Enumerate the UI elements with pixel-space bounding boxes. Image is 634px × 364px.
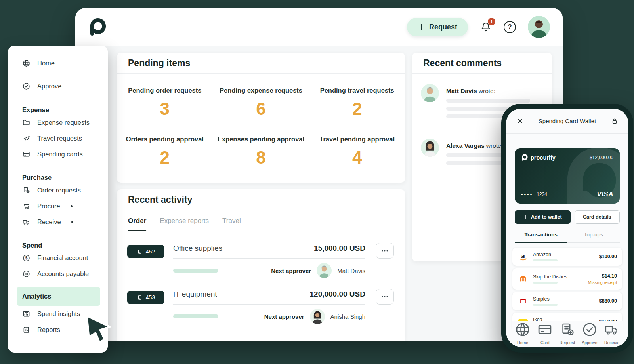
- sidebar-section-analytics[interactable]: Analytics: [17, 287, 100, 306]
- stat-label: Pending travel requests: [320, 87, 394, 94]
- tab-top-ups[interactable]: Top-ups: [567, 232, 620, 242]
- sidebar-section-expense: Expense: [8, 105, 108, 114]
- activity-row-452: 452 Office supplies 15,000.00 USD Next a…: [117, 231, 405, 278]
- sidebar-item-receive[interactable]: Receive: [8, 214, 108, 230]
- order-amount: 120,000.00 USD: [310, 290, 366, 299]
- tx-amount: $100.00: [599, 254, 617, 259]
- svg-text:a: a: [521, 252, 525, 260]
- row-divider: [173, 258, 365, 259]
- order-title: IT equipment: [173, 290, 217, 299]
- card-number-mask: •••• 1234: [521, 192, 547, 198]
- tx-placeholder-bar: [533, 259, 558, 261]
- commenter-avatar: [421, 84, 439, 102]
- spending-card: procurify $12,000.00 •••• 1234 VISA: [515, 148, 620, 204]
- transaction-list: a Amazon $100.00 Skip the Dishes $14.10 …: [512, 248, 622, 331]
- sidebar-item-order-requests[interactable]: Order requests: [8, 182, 108, 198]
- sidebar-item-home[interactable]: Home: [8, 55, 108, 71]
- transaction-row-staples[interactable]: Staples $880.00: [512, 292, 622, 310]
- nav-approve[interactable]: Approve: [579, 321, 601, 345]
- stat-value: 3: [160, 99, 170, 119]
- stat-label: Pending expense requests: [220, 87, 302, 94]
- order-id-badge: 452: [127, 245, 164, 258]
- stat-label: Expenses pending approval: [218, 135, 304, 143]
- close-icon[interactable]: [516, 117, 524, 126]
- tab-order[interactable]: Order: [128, 217, 146, 231]
- stat-value: 6: [256, 99, 265, 119]
- request-button[interactable]: Request: [407, 18, 468, 36]
- tx-placeholder-bar: [533, 282, 558, 284]
- activity-row-453: 453 IT equipment 120,000.00 USD Next app…: [117, 278, 405, 324]
- receive-indicator-dot: [71, 221, 73, 223]
- transaction-row-amazon[interactable]: a Amazon $100.00: [512, 248, 622, 266]
- order-id-badge: 453: [127, 291, 164, 304]
- row-menu-button[interactable]: [376, 243, 394, 259]
- notifications-bell-icon[interactable]: 1: [480, 21, 492, 33]
- phone-bottom-nav: Home Card Request Approve Receive: [512, 321, 623, 345]
- sidebar-item-financial-account[interactable]: $ Financial account: [8, 250, 108, 266]
- lock-icon: [610, 117, 619, 126]
- sidebar-item-approve[interactable]: Approve: [8, 78, 108, 94]
- tab-travel[interactable]: Travel: [222, 217, 241, 231]
- missing-receipt-note: Missing receipt: [588, 280, 617, 285]
- recent-comments-title: Recent comments: [423, 58, 502, 69]
- row-menu-button[interactable]: [376, 289, 394, 305]
- pending-col-orders: Pending order requests 3 Orders pending …: [117, 74, 213, 182]
- pending-items-panel: Pending items Pending order requests 3 O…: [117, 53, 405, 183]
- tab-transactions[interactable]: Transactions: [515, 232, 567, 243]
- nav-card[interactable]: Card: [534, 321, 556, 345]
- comment-author-line: Matt Davis wrote:: [446, 88, 542, 95]
- stat-label: Travel pending approval: [319, 135, 395, 143]
- comment-placeholder-line: [446, 161, 506, 165]
- add-to-wallet-button[interactable]: Add to wallet: [515, 210, 571, 224]
- pending-col-travel: Pending travel requests 2 Travel pending…: [309, 74, 405, 182]
- approver-name: Matt Davis: [337, 267, 365, 274]
- stat-label: Pending order requests: [128, 87, 201, 94]
- sidebar-item-travel-requests[interactable]: Travel requests: [8, 130, 108, 146]
- nav-request[interactable]: Request: [556, 321, 578, 345]
- merchant-name: Skip the Dishes: [533, 274, 567, 280]
- plus-icon: [418, 23, 425, 30]
- row-divider: [173, 304, 365, 305]
- approver-name: Anisha Singh: [330, 313, 365, 320]
- nav-receive[interactable]: Receive: [601, 321, 623, 345]
- merchant-name: Staples: [533, 296, 558, 302]
- card-balance: $12,000.00: [590, 155, 613, 160]
- sidebar-item-spending-cards[interactable]: Spending cards: [8, 146, 108, 162]
- phone-mockup: Spending Card Wallet procurify $12,000.0…: [501, 104, 633, 353]
- card-brand: procurify: [521, 154, 556, 161]
- activity-tabs: Order Expense reports Travel: [117, 210, 405, 231]
- help-icon[interactable]: ?: [504, 21, 516, 33]
- stat-value: 8: [256, 148, 265, 168]
- comment-placeholder-line: [446, 114, 506, 118]
- procure-indicator-dot: [71, 205, 73, 207]
- wallet-tabs: Transactions Top-ups: [515, 232, 620, 243]
- nav-home[interactable]: Home: [512, 321, 534, 345]
- card-details-button[interactable]: Card details: [575, 210, 620, 224]
- recent-activity-title: Recent activity: [128, 194, 192, 205]
- skip-the-dishes-logo-icon: [518, 274, 528, 284]
- tx-placeholder-bar: [533, 304, 558, 306]
- next-approver-label: Next approver: [264, 313, 304, 320]
- phone-screen: Spending Card Wallet procurify $12,000.0…: [506, 109, 628, 347]
- sidebar-section-purchase: Purchase: [8, 173, 108, 182]
- comment-placeholder-line: [446, 99, 530, 103]
- notification-badge: 1: [488, 18, 495, 25]
- tx-amount: $880.00: [599, 298, 617, 304]
- pending-col-expenses: Pending expense requests 6 Expenses pend…: [213, 74, 309, 182]
- stat-value: 4: [352, 148, 362, 168]
- plus-icon: [523, 215, 528, 219]
- merchant-name: Amazon: [533, 252, 558, 257]
- tab-expense-reports[interactable]: Expense reports: [160, 217, 209, 231]
- procurify-logo-icon: [88, 18, 106, 36]
- stat-value: 2: [352, 99, 362, 119]
- sidebar-item-expense-requests[interactable]: Expense requests: [8, 114, 108, 130]
- sidebar: Home Approve Expense Expense requests Tr…: [8, 46, 108, 353]
- transaction-row-skip-the-dishes[interactable]: Skip the Dishes $14.10 Missing receipt: [512, 268, 622, 290]
- order-title: Office supplies: [173, 244, 222, 253]
- pending-items-title: Pending items: [128, 58, 190, 69]
- user-avatar[interactable]: [528, 16, 550, 38]
- sidebar-item-procure[interactable]: Procure: [8, 198, 108, 214]
- sidebar-item-accounts-payable[interactable]: Accounts payable: [8, 266, 108, 282]
- stat-value: 2: [160, 148, 170, 168]
- next-approver-label: Next approver: [271, 267, 311, 274]
